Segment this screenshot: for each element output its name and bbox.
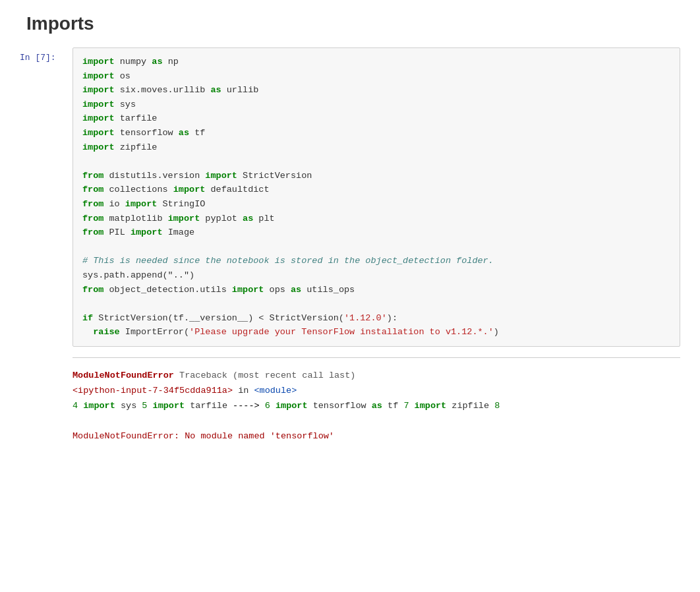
traceback-label: Traceback (most recent call last) bbox=[174, 370, 355, 380]
page-title: Imports bbox=[20, 13, 680, 34]
cell-label: In [7]: bbox=[20, 47, 73, 63]
error-title: ModuleNotFoundError bbox=[73, 370, 174, 380]
code-cell-wrapper: In [7]: import numpy as np import os imp… bbox=[20, 47, 680, 347]
error-file: <ipython-input-7-34f5cdda911a> bbox=[73, 386, 233, 396]
error-message: ModuleNotFoundError: No module named 'te… bbox=[73, 429, 680, 444]
error-header: ModuleNotFoundError Traceback (most rece… bbox=[73, 369, 680, 384]
error-output: ModuleNotFoundError Traceback (most rece… bbox=[73, 357, 680, 444]
error-traceback-lines: 4 import sys 5 import tarfile ----> 6 im… bbox=[73, 399, 680, 414]
error-location: <ipython-input-7-34f5cdda911a> in <modul… bbox=[73, 384, 680, 399]
error-in: in bbox=[233, 386, 254, 396]
error-module: <module> bbox=[254, 386, 297, 396]
code-block[interactable]: import numpy as np import os import six.… bbox=[73, 47, 680, 347]
